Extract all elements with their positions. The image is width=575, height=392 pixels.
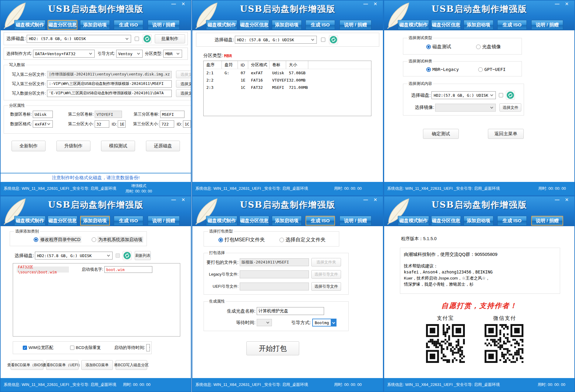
window-titlebar[interactable]: USB启动盘制作增强版 — ✕ 磁盘模式制作 磁盘分区信息 添加启动项 生成 I… <box>192 1 383 30</box>
close-icon[interactable]: ✕ <box>563 197 571 203</box>
boot-entry-listbox[interactable]: FAT32区\sources\boot.wim 启动项名字: boot.wim <box>13 263 180 337</box>
p3-id-input[interactable]: 1C <box>183 120 191 128</box>
data-vol-input[interactable]: Udisk <box>33 111 53 118</box>
start-pack-button[interactable]: 开始打包 <box>246 341 299 355</box>
cd-image-radio[interactable] <box>476 45 481 49</box>
tab-partition-info[interactable]: 磁盘分区信息 <box>239 216 269 226</box>
p2-size-input[interactable]: 32 <box>95 120 109 128</box>
window-titlebar[interactable]: USB启动盘制作增强版 — ✕ 磁盘模式制作 磁盘分区信息 添加启动项 生成 I… <box>384 1 574 30</box>
minimize-button[interactable]: — <box>362 197 370 203</box>
tab-about-donate[interactable]: 说明 / 捐赠 <box>531 20 563 30</box>
modify-program-bcd-radio[interactable] <box>34 237 38 242</box>
window-titlebar[interactable]: USB启动盘制作增强版 — ✕ 磁盘模式制作 磁盘分区信息 添加启动项 生成 I… <box>1 196 191 226</box>
tab-disk-mode[interactable]: 磁盘模式制作 <box>398 20 429 30</box>
window-titlebar[interactable]: USB启动盘制作增强版 — ✕ 磁盘模式制作 磁盘分区信息 添加启动项 生成 I… <box>384 196 574 226</box>
choose-file-button[interactable]: 选择文件 <box>176 89 191 97</box>
tab-add-boot-entry[interactable]: 添加启动项 <box>272 20 302 30</box>
pack-folder-input[interactable]: 版模版-20241011\MSEFI <box>240 258 309 266</box>
boot-entry-name-input[interactable]: boot.wim <box>104 266 152 273</box>
close-icon[interactable]: ✕ <box>563 1 571 7</box>
refresh-disk-button[interactable] <box>506 91 515 100</box>
wim-width-checkbox[interactable] <box>23 346 27 350</box>
select-disk-dropdown[interactable]: HD2:(57.8 GB, G:) UDISK <box>35 252 113 260</box>
tab-disk-mode[interactable]: 磁盘模式制作 <box>14 20 46 30</box>
iso-name-input[interactable]: 计算机维护光盘 <box>257 307 324 315</box>
tab-add-boot-entry[interactable]: 添加启动项 <box>464 216 493 226</box>
table-row[interactable]: 2:3 1C FAT32 MSEFI 721.00MB <box>204 84 371 91</box>
minimize-button[interactable]: — <box>170 1 178 7</box>
disk-test-radio[interactable] <box>426 45 431 49</box>
tab-partition-info[interactable]: 磁盘分区信息 <box>431 216 461 226</box>
pack-msefi-radio[interactable] <box>218 238 223 242</box>
close-icon[interactable]: ✕ <box>179 197 187 203</box>
tab-add-boot-entry[interactable]: 添加启动项 <box>80 20 110 30</box>
bcd-dedup-checkbox[interactable] <box>70 346 74 350</box>
p2-vol-input[interactable]: VTOYEFI <box>95 111 122 118</box>
write-data-file-input[interactable]: 'E-VIP\WH\三区两启USB启动盘制作增强版模版-20241011\DAT… <box>47 90 172 97</box>
view-bcd-bios-button[interactable]: 查看BCD菜单（BIOS） <box>11 360 43 370</box>
minimize-button[interactable]: — <box>553 197 561 203</box>
restore-disk-button[interactable]: 还原磁盘 <box>146 141 180 151</box>
tab-about-donate[interactable]: 说明 / 捐赠 <box>148 216 180 226</box>
legacy-boot-file-input[interactable] <box>240 270 309 278</box>
select-image-dropdown[interactable] <box>435 104 496 112</box>
close-icon[interactable]: ✕ <box>371 1 379 7</box>
choose-uefi-boot-button[interactable]: 选择引导文件 <box>311 282 341 291</box>
select-disk-dropdown[interactable]: HD2: (57.8 GB, G:) UDISK <box>235 36 317 44</box>
tab-about-donate[interactable]: 说明 / 捐赠 <box>340 20 371 30</box>
tab-add-boot-entry[interactable]: 添加启动项 <box>272 216 302 226</box>
tab-disk-mode[interactable]: 磁盘模式制作 <box>14 216 46 226</box>
minimize-button[interactable]: — <box>362 1 370 7</box>
tab-make-iso[interactable]: 生成 ISO <box>497 20 527 30</box>
tab-make-iso[interactable]: 生成 ISO <box>114 216 143 226</box>
tab-about-donate[interactable]: 说明 / 捐赠 <box>148 20 180 30</box>
uefi-boot-file-input[interactable] <box>240 283 309 290</box>
view-bcd-uefi-button[interactable]: 查看BCD菜单（UEFI） <box>46 360 79 370</box>
tab-partition-info[interactable]: 磁盘分区信息 <box>431 20 461 30</box>
tab-partition-info[interactable]: 磁盘分区信息 <box>48 20 77 30</box>
p3-size-input[interactable]: 722 <box>160 120 174 128</box>
make-mode-dropdown[interactable]: DATA+Ventoy+FAT32 <box>33 50 95 58</box>
gpt-uefi-radio[interactable] <box>478 67 483 72</box>
tab-make-iso[interactable]: 生成 ISO <box>306 216 335 226</box>
tab-disk-mode[interactable]: 磁盘模式制作 <box>206 216 237 226</box>
tab-make-iso[interactable]: 生成 ISO <box>114 20 143 30</box>
choose-file-button[interactable]: 选择文件 <box>176 80 191 88</box>
select-disk-dropdown[interactable]: HD2:(57.8 GB, G:) UDISK <box>431 91 496 99</box>
wait-time-dropdown[interactable] <box>257 319 272 326</box>
disk-checkbox[interactable] <box>499 93 503 97</box>
upgrade-make-button[interactable]: 升级制作 <box>56 141 90 151</box>
refresh-list-button[interactable]: 刷新列表 <box>135 251 151 260</box>
tab-make-iso[interactable]: 生成 ISO <box>497 216 527 226</box>
partition-table[interactable]: 盘序 盘符 ID 分区格式 卷标 大小 2:1 G: 07 exFAT Udis… <box>203 61 371 116</box>
data-format-dropdown[interactable]: exFAT <box>33 120 53 128</box>
tab-add-boot-entry[interactable]: 添加启动项 <box>80 216 110 226</box>
boot-wait-dropdown[interactable]: 5 <box>146 344 150 351</box>
boot-mode-dropdown[interactable]: Ventoy <box>116 50 143 58</box>
p3-vol-input[interactable]: MSEFI <box>160 111 184 118</box>
make-new-button[interactable]: 全新制作 <box>12 141 46 151</box>
disk-checkbox[interactable] <box>116 253 120 258</box>
window-titlebar[interactable]: USB启动盘制作增强版 — ✕ 磁盘模式制作 磁盘分区信息 添加启动项 生成 I… <box>1 1 191 30</box>
table-row[interactable]: 2:2 1E FAT16 VTOYEFI 32.00MB <box>204 76 371 84</box>
minimize-button[interactable]: — <box>553 1 561 7</box>
tab-partition-info[interactable]: 磁盘分区信息 <box>239 20 269 30</box>
choose-file-button[interactable]: 选择文件 <box>176 71 191 78</box>
tab-disk-mode[interactable]: 磁盘模式制作 <box>398 216 429 226</box>
close-icon[interactable]: ✕ <box>179 1 187 7</box>
choose-folder-button[interactable]: 选择文件夹 <box>311 258 341 266</box>
tab-disk-mode[interactable]: 磁盘模式制作 <box>206 20 237 30</box>
close-icon[interactable]: ✕ <box>371 197 379 203</box>
disk-checkbox[interactable] <box>321 38 325 42</box>
window-titlebar[interactable]: USB启动盘制作增强版 — ✕ 磁盘模式制作 磁盘分区信息 添加启动项 生成 I… <box>192 196 383 226</box>
write-bcd-button[interactable]: 将BCD写入磁盘分区 <box>116 360 147 370</box>
confirm-test-button[interactable]: 确定测试 <box>423 129 459 139</box>
tab-partition-info[interactable]: 磁盘分区信息 <box>48 216 77 226</box>
write-p2-file-input[interactable]: |作增强版模版-20241011\ventoy\ventoy\ventoy.di… <box>47 71 172 78</box>
refresh-disk-button[interactable] <box>143 34 152 43</box>
tab-make-iso[interactable]: 生成 ISO <box>306 20 335 30</box>
back-main-menu-button[interactable]: 返回主菜单 <box>488 129 524 139</box>
add-local-boot-radio[interactable] <box>92 237 96 242</box>
choose-file-button[interactable]: 选择文件 <box>499 103 521 112</box>
simulate-test-button[interactable]: 模拟测试 <box>101 141 135 151</box>
